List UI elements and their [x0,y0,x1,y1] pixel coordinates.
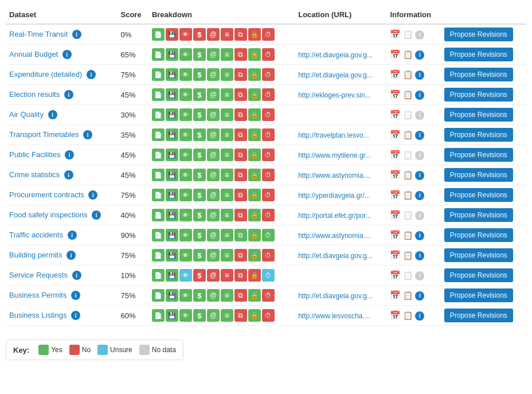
breakdown-icon-license[interactable]: @ [207,88,220,101]
breakdown-icon-cost[interactable]: $ [193,108,206,121]
breakdown-icon-save[interactable]: 💾 [166,209,178,221]
calendar-icon[interactable]: 📅 [390,130,401,140]
propose-revisions-button[interactable]: Propose Revisions [444,68,513,81]
url-link[interactable]: http://www.lesvoscha.... [298,312,370,320]
info-circle-icon[interactable]: i [415,190,424,200]
document-icon[interactable]: 📋 [403,50,413,59]
breakdown-icon-view[interactable]: 👁 [179,189,192,201]
breakdown-icon-cost[interactable]: $ [193,28,206,41]
breakdown-icon-bulk[interactable]: ≡ [221,68,233,81]
dataset-info-icon[interactable]: i [88,190,97,200]
propose-revisions-button[interactable]: Propose Revisions [444,188,513,202]
dataset-info-icon[interactable]: i [71,291,80,300]
breakdown-icon-format[interactable]: 📄 [152,249,165,262]
breakdown-icon-updated[interactable]: ⏱ [262,128,275,141]
propose-revisions-button[interactable]: Propose Revisions [444,28,513,41]
url-link[interactable]: http://ekloges-prev.sin... [298,91,371,99]
breakdown-icon-license[interactable]: @ [207,229,220,241]
breakdown-icon-linked[interactable]: ⧉ [234,229,247,241]
propose-revisions-button[interactable]: Propose Revisions [444,148,513,162]
dataset-info-icon[interactable]: i [64,90,73,99]
breakdown-icon-linked[interactable]: ⧉ [234,309,247,322]
breakdown-icon-save[interactable]: 💾 [166,68,178,81]
breakdown-icon-view[interactable]: 👁 [179,209,192,221]
breakdown-icon-access[interactable]: 🔒 [248,189,261,201]
propose-revisions-button[interactable]: Propose Revisions [444,108,513,122]
breakdown-icon-license[interactable]: @ [207,28,220,41]
breakdown-icon-view[interactable]: 👁 [179,88,192,101]
breakdown-icon-bulk[interactable]: ≡ [221,149,233,161]
calendar-icon[interactable]: 📅 [390,89,401,100]
breakdown-icon-bulk[interactable]: ≡ [221,229,233,241]
breakdown-icon-format[interactable]: 📄 [152,108,165,121]
propose-revisions-button[interactable]: Propose Revisions [444,228,513,242]
url-link[interactable]: http://www.astynomia.... [298,171,371,180]
breakdown-icon-save[interactable]: 💾 [166,189,178,201]
dataset-link[interactable]: Service Requests [9,271,68,279]
document-icon[interactable]: 📋 [403,70,413,79]
document-icon[interactable]: 📋 [403,311,413,320]
breakdown-icon-save[interactable]: 💾 [166,249,178,262]
dataset-info-icon[interactable]: i [66,251,76,260]
url-link[interactable]: http://portal.efet.gr/por... [298,212,371,220]
info-circle-icon[interactable]: i [415,49,424,60]
breakdown-icon-license[interactable]: @ [207,108,220,121]
breakdown-icon-format[interactable]: 📄 [152,48,165,61]
breakdown-icon-save[interactable]: 💾 [166,169,178,181]
dataset-info-icon[interactable]: i [48,110,57,119]
info-circle-icon[interactable]: i [415,89,424,100]
url-link[interactable]: http://et.diavgeia.gov.g... [298,252,373,260]
dataset-info-icon[interactable]: i [62,50,72,59]
calendar-icon[interactable]: 📅 [390,29,401,40]
breakdown-icon-view[interactable]: 👁 [179,229,192,241]
breakdown-icon-license[interactable]: @ [207,309,220,322]
info-circle-icon[interactable]: i [415,250,424,260]
info-circle-icon[interactable]: i [415,290,424,301]
breakdown-icon-format[interactable]: 📄 [152,68,165,81]
breakdown-icon-updated[interactable]: ⏱ [262,88,275,101]
breakdown-icon-format[interactable]: 📄 [152,169,165,181]
breakdown-icon-access[interactable]: 🔒 [248,249,261,262]
breakdown-icon-cost[interactable]: $ [193,269,206,282]
breakdown-icon-license[interactable]: @ [207,149,220,161]
calendar-icon[interactable]: 📅 [390,270,401,280]
dataset-link[interactable]: Crime statistics [9,170,60,179]
breakdown-icon-license[interactable]: @ [207,209,220,221]
dataset-info-icon[interactable]: i [92,210,101,220]
calendar-icon[interactable]: 📅 [390,49,401,60]
breakdown-icon-format[interactable]: 📄 [152,289,165,302]
calendar-icon[interactable]: 📅 [390,290,401,301]
dataset-info-icon[interactable]: i [72,271,81,280]
breakdown-icon-updated[interactable]: ⏱ [262,269,275,282]
info-circle-icon[interactable]: i [415,170,424,180]
breakdown-icon-cost[interactable]: $ [193,309,206,322]
breakdown-icon-save[interactable]: 💾 [166,128,178,141]
breakdown-icon-access[interactable]: 🔒 [248,169,261,181]
breakdown-icon-linked[interactable]: ⧉ [234,108,247,121]
calendar-icon[interactable]: 📅 [390,150,401,160]
breakdown-icon-view[interactable]: 👁 [179,289,192,302]
breakdown-icon-cost[interactable]: $ [193,88,206,101]
breakdown-icon-linked[interactable]: ⧉ [234,169,247,181]
breakdown-icon-linked[interactable]: ⧉ [234,269,247,282]
info-circle-icon[interactable]: i [415,29,424,40]
breakdown-icon-view[interactable]: 👁 [179,28,192,41]
breakdown-icon-view[interactable]: 👁 [179,269,192,282]
dataset-link[interactable]: Expenditure (detailed) [9,70,82,79]
breakdown-icon-save[interactable]: 💾 [166,28,178,41]
breakdown-icon-save[interactable]: 💾 [166,289,178,302]
dataset-link[interactable]: Business Permits [9,291,66,299]
breakdown-icon-save[interactable]: 💾 [166,149,178,161]
breakdown-icon-bulk[interactable]: ≡ [221,209,233,221]
url-link[interactable]: http://et.diavgeia.gov.g... [298,292,373,300]
breakdown-icon-format[interactable]: 📄 [152,209,165,221]
breakdown-icon-view[interactable]: 👁 [179,249,192,262]
document-icon[interactable]: 📋 [403,231,413,240]
calendar-icon[interactable]: 📅 [390,250,401,260]
breakdown-icon-access[interactable]: 🔒 [248,309,261,322]
breakdown-icon-bulk[interactable]: ≡ [221,28,233,41]
breakdown-icon-bulk[interactable]: ≡ [221,169,233,181]
breakdown-icon-save[interactable]: 💾 [166,269,178,282]
breakdown-icon-access[interactable]: 🔒 [248,289,261,302]
breakdown-icon-access[interactable]: 🔒 [248,48,261,61]
